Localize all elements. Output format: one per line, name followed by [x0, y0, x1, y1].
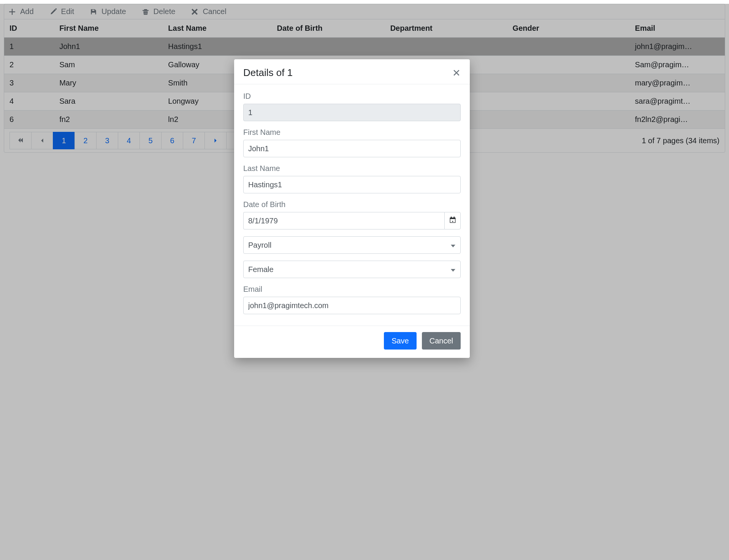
id-field — [243, 104, 461, 121]
id-label: ID — [243, 92, 461, 101]
first-name-field[interactable] — [243, 140, 461, 157]
last-name-label: Last Name — [243, 164, 461, 173]
gender-select[interactable] — [243, 261, 461, 278]
dob-field[interactable] — [243, 212, 444, 229]
close-icon: ✕ — [452, 67, 461, 79]
email-label: Email — [243, 285, 461, 294]
first-name-label: First Name — [243, 128, 461, 137]
save-button[interactable]: Save — [384, 332, 417, 350]
calendar-icon — [449, 216, 456, 226]
last-name-field[interactable] — [243, 176, 461, 193]
dialog-close-button[interactable]: ✕ — [452, 68, 461, 78]
details-dialog: Details of 1 ✕ ID First Name Last Name D… — [234, 59, 470, 358]
department-select[interactable] — [243, 236, 461, 254]
dialog-header: Details of 1 ✕ — [234, 59, 470, 84]
dialog-body: ID First Name Last Name Date of Birth — [234, 84, 470, 326]
email-field[interactable] — [243, 297, 461, 314]
cancel-dialog-button[interactable]: Cancel — [422, 332, 461, 350]
dialog-title: Details of 1 — [243, 67, 293, 79]
dob-label: Date of Birth — [243, 200, 461, 209]
dialog-footer: Save Cancel — [234, 326, 470, 358]
dob-calendar-button[interactable] — [444, 212, 461, 229]
